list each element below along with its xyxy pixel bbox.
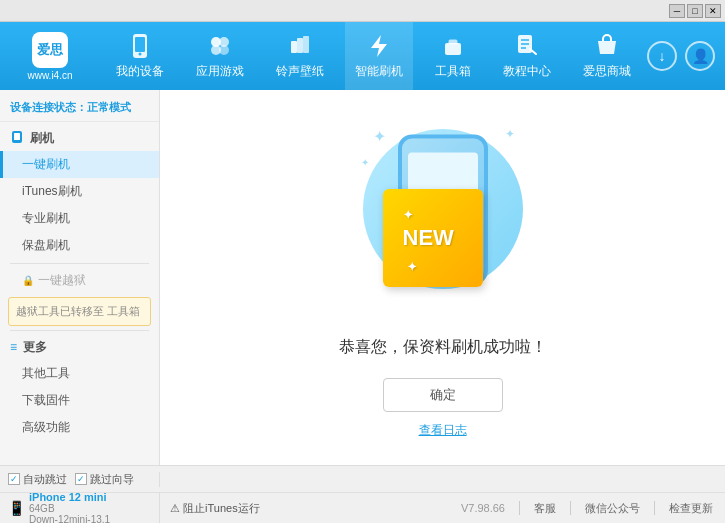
more-section-icon: ≡ bbox=[10, 340, 17, 354]
skip-guide-check-box: ✓ bbox=[75, 473, 87, 485]
sidebar: 设备连接状态：正常模式 刷机 一键刷机 iTunes刷机 专业刷机 保盘刷机 bbox=[0, 90, 160, 465]
nav-ringtones-label: 铃声壁纸 bbox=[276, 63, 324, 80]
sidebar-item-other-tools[interactable]: 其他工具 bbox=[0, 360, 159, 387]
sidebar-item-one-click-flash[interactable]: 一键刷机 bbox=[0, 151, 159, 178]
flash-section-icon bbox=[10, 130, 24, 147]
success-message: 恭喜您，保资料刷机成功啦！ bbox=[339, 337, 547, 358]
nav-flash-icon bbox=[365, 32, 393, 60]
device-row: 📱 iPhone 12 mini 64GB Down-12mini-13,1 ⚠… bbox=[0, 493, 725, 523]
bottom-status-area: V7.98.66 客服 微信公众号 检查更新 bbox=[461, 501, 725, 516]
sidebar-section-flash: 刷机 一键刷机 iTunes刷机 专业刷机 保盘刷机 bbox=[0, 126, 159, 259]
svg-rect-8 bbox=[297, 38, 303, 53]
content-area: ✦ ✦ ✦ NEW 恭喜您，保资料刷机成功啦！ 确定 查看日志 bbox=[160, 90, 725, 465]
nav-toolbox[interactable]: 工具箱 bbox=[425, 22, 481, 90]
nav-apps-icon bbox=[206, 32, 234, 60]
confirm-button[interactable]: 确定 bbox=[383, 378, 503, 412]
bottom-area: ✓ 自动跳过 ✓ 跳过向导 📱 iPhone 12 mini 64GB Down… bbox=[0, 465, 725, 523]
sidebar-section-jailbreak: 🔒 一键越狱 越狱工具已转移至 工具箱 bbox=[0, 268, 159, 326]
nav-flash-label: 智能刷机 bbox=[355, 63, 403, 80]
jailbreak-notice: 越狱工具已转移至 工具箱 bbox=[8, 297, 151, 326]
itunes-notice[interactable]: ⚠ 阻止iTunes运行 bbox=[160, 501, 270, 516]
sidebar-item-download-firmware[interactable]: 下载固件 bbox=[0, 387, 159, 414]
lock-icon: 🔒 bbox=[22, 275, 34, 286]
nav-ringtones[interactable]: 铃声壁纸 bbox=[266, 22, 334, 90]
success-illustration: ✦ ✦ ✦ NEW bbox=[343, 117, 543, 317]
svg-rect-9 bbox=[303, 36, 309, 53]
nav-items: 我的设备 应用游戏 铃声壁纸 智能刷机 工具箱 bbox=[100, 22, 647, 90]
new-badge: NEW bbox=[383, 189, 483, 287]
section-more-label: 更多 bbox=[23, 339, 47, 356]
svg-rect-7 bbox=[291, 41, 297, 53]
customer-service-link[interactable]: 客服 bbox=[534, 501, 556, 516]
sep3 bbox=[654, 501, 655, 515]
star-3: ✦ bbox=[361, 157, 369, 168]
nav-apps-label: 应用游戏 bbox=[196, 63, 244, 80]
section-flash-label: 刷机 bbox=[30, 130, 54, 147]
checkbox-row: ✓ 自动跳过 ✓ 跳过向导 bbox=[0, 466, 725, 493]
star-1: ✦ bbox=[373, 127, 386, 146]
maximize-button[interactable]: □ bbox=[687, 4, 703, 18]
download-button[interactable]: ↓ bbox=[647, 41, 677, 71]
sidebar-item-save-flash[interactable]: 保盘刷机 bbox=[0, 232, 159, 259]
checkbox-area: ✓ 自动跳过 ✓ 跳过向导 bbox=[0, 472, 160, 487]
sidebar-item-advanced[interactable]: 高级功能 bbox=[0, 414, 159, 441]
wechat-link[interactable]: 微信公众号 bbox=[585, 501, 640, 516]
svg-rect-11 bbox=[449, 40, 457, 44]
nav-device-icon bbox=[126, 32, 154, 60]
jailbreak-locked: 🔒 一键越狱 bbox=[0, 268, 159, 293]
check-update-link[interactable]: 检查更新 bbox=[669, 501, 713, 516]
star-2: ✦ bbox=[505, 127, 515, 141]
nav-tutorial[interactable]: 教程中心 bbox=[493, 22, 561, 90]
header: 爱思 www.i4.cn 我的设备 应用游戏 铃声壁纸 智能刷机 bbox=[0, 22, 725, 90]
svg-point-6 bbox=[219, 45, 229, 55]
nav-device-label: 我的设备 bbox=[116, 63, 164, 80]
user-button[interactable]: 👤 bbox=[685, 41, 715, 71]
view-log-link[interactable]: 查看日志 bbox=[419, 422, 467, 439]
skip-guide-label: 跳过向导 bbox=[90, 472, 134, 487]
device-phone-icon: 📱 bbox=[8, 500, 25, 516]
sidebar-item-itunes-flash[interactable]: iTunes刷机 bbox=[0, 178, 159, 205]
nav-toolbox-icon bbox=[439, 32, 467, 60]
status-label: 设备连接状态： bbox=[10, 101, 87, 113]
nav-right: ↓ 👤 bbox=[647, 41, 725, 71]
logo-text: www.i4.cn bbox=[27, 70, 72, 81]
device-storage: 64GB bbox=[29, 503, 110, 514]
sidebar-section-more: ≡ 更多 其他工具 下载固件 高级功能 bbox=[0, 335, 159, 441]
device-info: 📱 iPhone 12 mini 64GB Down-12mini-13,1 bbox=[0, 493, 160, 523]
section-flash-title: 刷机 bbox=[0, 126, 159, 151]
status-bar: 设备连接状态：正常模式 bbox=[0, 94, 159, 122]
nav-toolbox-label: 工具箱 bbox=[435, 63, 471, 80]
section-more-title: ≡ 更多 bbox=[0, 335, 159, 360]
nav-tutorial-label: 教程中心 bbox=[503, 63, 551, 80]
skip-guide-checkbox[interactable]: ✓ 跳过向导 bbox=[75, 472, 134, 487]
nav-ringtones-icon bbox=[286, 32, 314, 60]
auto-dismiss-label: 自动跳过 bbox=[23, 472, 67, 487]
svg-rect-1 bbox=[135, 37, 145, 52]
svg-rect-10 bbox=[445, 43, 461, 55]
nav-my-device[interactable]: 我的设备 bbox=[106, 22, 174, 90]
nav-store-icon bbox=[593, 32, 621, 60]
device-model: Down-12mini-13,1 bbox=[29, 514, 110, 523]
sep2 bbox=[570, 501, 571, 515]
logo-icon: 爱思 bbox=[32, 32, 68, 68]
auto-dismiss-checkbox[interactable]: ✓ 自动跳过 bbox=[8, 472, 67, 487]
nav-tutorial-icon bbox=[513, 32, 541, 60]
minimize-button[interactable]: ─ bbox=[669, 4, 685, 18]
svg-rect-17 bbox=[14, 133, 20, 140]
version-text: V7.98.66 bbox=[461, 502, 505, 514]
nav-smart-flash[interactable]: 智能刷机 bbox=[345, 22, 413, 90]
auto-dismiss-check-box: ✓ bbox=[8, 473, 20, 485]
close-button[interactable]: ✕ bbox=[705, 4, 721, 18]
main-layout: 设备连接状态：正常模式 刷机 一键刷机 iTunes刷机 专业刷机 保盘刷机 bbox=[0, 90, 725, 465]
nav-apps-games[interactable]: 应用游戏 bbox=[186, 22, 254, 90]
device-details: iPhone 12 mini 64GB Down-12mini-13,1 bbox=[29, 491, 110, 523]
sep1 bbox=[519, 501, 520, 515]
sidebar-item-pro-flash[interactable]: 专业刷机 bbox=[0, 205, 159, 232]
title-bar: ─ □ ✕ bbox=[0, 0, 725, 22]
device-name: iPhone 12 mini bbox=[29, 491, 110, 503]
nav-store[interactable]: 爱思商城 bbox=[573, 22, 641, 90]
svg-point-2 bbox=[138, 53, 141, 56]
status-value: 正常模式 bbox=[87, 101, 131, 113]
logo-area: 爱思 www.i4.cn bbox=[0, 24, 100, 89]
itunes-notice-text: ⚠ 阻止iTunes运行 bbox=[170, 502, 260, 514]
